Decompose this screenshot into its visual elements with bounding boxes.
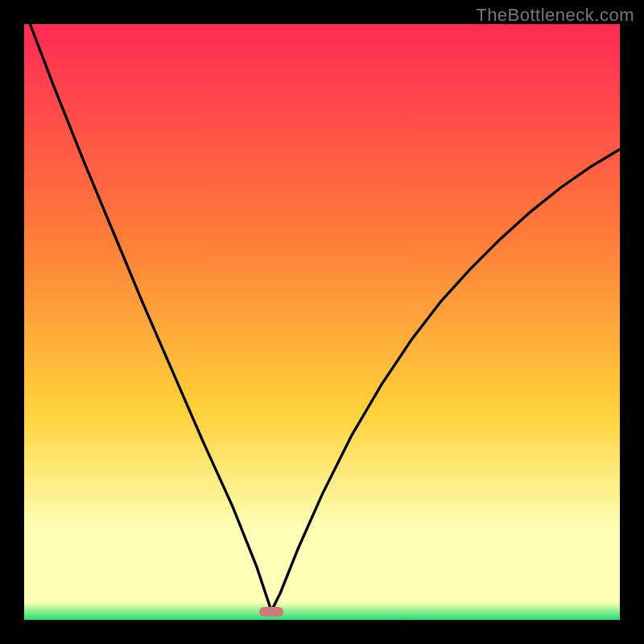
minimum-marker bbox=[259, 607, 283, 617]
plot-area bbox=[24, 24, 620, 620]
bottleneck-curve bbox=[24, 24, 620, 620]
outer-frame: TheBottleneck.com bbox=[0, 0, 644, 644]
curve-left-branch bbox=[30, 24, 271, 611]
curve-right-branch bbox=[271, 149, 620, 611]
watermark-text: TheBottleneck.com bbox=[476, 5, 634, 26]
